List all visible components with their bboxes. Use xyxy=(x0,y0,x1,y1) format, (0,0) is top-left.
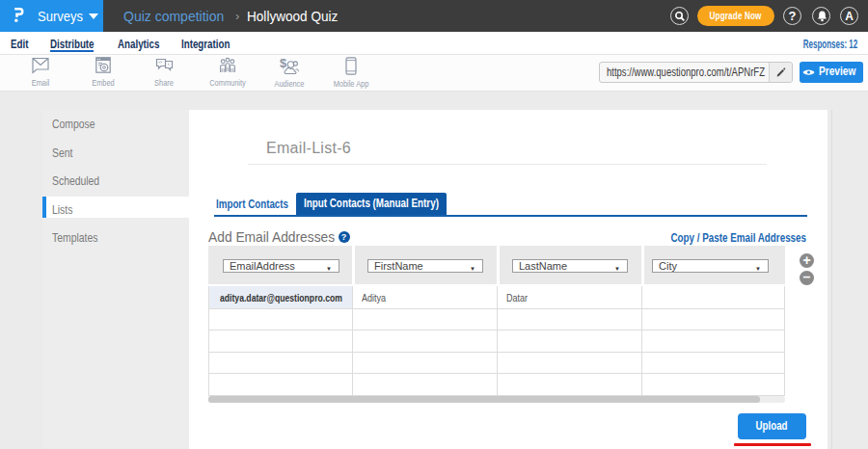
svg-text:$: $ xyxy=(280,57,287,70)
